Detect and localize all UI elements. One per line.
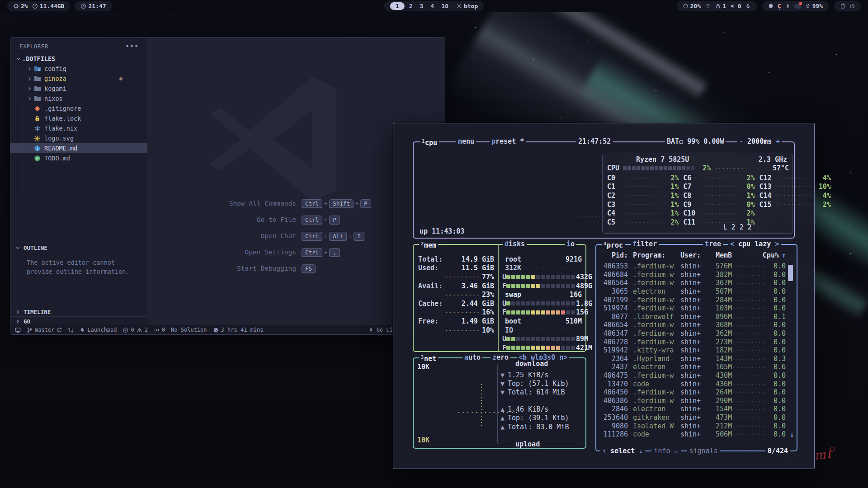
clock-icon — [80, 3, 86, 9]
git-branch-item[interactable]: master — [27, 327, 62, 333]
process-row[interactable]: 519942.kitty-wrashin+182M·········0.0 — [599, 346, 786, 355]
outline-section-header[interactable]: OUTLINE — [10, 243, 147, 253]
mem-box-title[interactable]: 2mem — [419, 240, 438, 249]
process-name: Isolated W — [628, 422, 680, 430]
controls-pill[interactable]: 20% 1 0 — [677, 1, 757, 11]
tree-item-config[interactable]: config — [10, 64, 147, 74]
system-stats-pill[interactable]: 2% 11.44GB — [7, 1, 70, 11]
refresh-rate-control[interactable]: - 2000ms + — [737, 137, 782, 145]
process-mem: 430M — [708, 371, 732, 380]
clipboard-icon[interactable] — [840, 3, 845, 9]
process-row[interactable]: 8077.librewolfshin+896M·········0.1 — [599, 313, 786, 321]
io-toggle[interactable]: io — [565, 240, 576, 248]
go-live-item[interactable]: Go Liv — [368, 327, 396, 333]
active-app[interactable]: btop — [456, 3, 478, 9]
launchpad-item[interactable]: Launchpad — [80, 327, 117, 333]
process-row[interactable]: 111286codeshin+506M·········0.0 — [599, 430, 786, 439]
process-row[interactable]: 253640gitkrakenshin+473M·········0.0 — [599, 413, 786, 422]
workspace-4[interactable]: 4 — [427, 3, 438, 9]
wifi-icon[interactable] — [705, 3, 711, 9]
net-box-title[interactable]: 3net — [419, 353, 438, 363]
power-icon[interactable] — [849, 3, 855, 9]
signals-control[interactable]: signals — [687, 447, 720, 455]
tree-item-nixos[interactable]: nixos — [10, 94, 147, 103]
tree-item-flake.lock[interactable]: flake.lock — [10, 113, 147, 123]
tree-item-ginoza[interactable]: ginoza — [10, 74, 147, 84]
timeline-section-header[interactable]: TIMELINE — [10, 307, 147, 317]
bluetooth-icon[interactable] — [785, 3, 790, 9]
tree-root-dotfiles[interactable]: .DOTFILES — [10, 54, 147, 64]
problems-item[interactable]: 0 2 — [123, 327, 147, 333]
process-row[interactable]: 406684.ferdium-wshin+382M·········0.0 — [599, 271, 786, 279]
proc-scrollbar-thumb[interactable] — [788, 265, 793, 281]
disks-title[interactable]: disks — [503, 240, 527, 248]
process-row[interactable]: 406654.ferdium-wshin+368M·········0.0 — [599, 321, 786, 329]
keyboard-layout-indicator[interactable]: Ç — [778, 3, 781, 9]
tray-app-notification-icon[interactable] — [794, 4, 801, 9]
info-control[interactable]: info ↵ — [651, 447, 680, 455]
net-auto-toggle[interactable]: auto — [462, 353, 482, 361]
proc-sort-selector[interactable]: < cpu lazy > — [728, 240, 781, 248]
process-row[interactable]: 406564.ferdium-wshin+367M·········0.0 — [599, 279, 786, 287]
refresh-plus[interactable]: + — [776, 137, 780, 145]
process-row[interactable]: 406475.ferdium-wshin+430M·········0.0 — [599, 371, 786, 380]
process-row[interactable]: 406728.ferdium-wshin+273M·········0.0 — [599, 338, 786, 346]
memory-gauge-icon — [32, 3, 38, 9]
vpn-shield-icon[interactable] — [768, 3, 774, 9]
remote-window-icon[interactable] — [15, 327, 21, 333]
process-row[interactable]: 9080Isolated Wshin+212M·········0.0 — [599, 422, 786, 430]
refresh-minus[interactable]: - — [739, 137, 743, 145]
process-row[interactable]: 406450.ferdium-wshin+264M·········0.0 — [599, 388, 786, 397]
workspace-2[interactable]: 2 — [406, 3, 416, 9]
process-row[interactable]: 2437electronshin+165M·········0.6 — [599, 363, 786, 371]
process-pid: 111286 — [599, 430, 628, 438]
solution-item[interactable]: No Solution — [171, 327, 207, 333]
process-row[interactable]: 406353.ferdium-wshin+576M·········0.0 — [599, 262, 786, 271]
tree-item-kogami[interactable]: kogami — [10, 84, 147, 94]
sort-direction-icon[interactable]: ↑ — [782, 251, 786, 259]
compare-changes-icon[interactable] — [68, 327, 74, 333]
tree-item-TODO.md[interactable]: TODO.md — [10, 153, 147, 163]
tree-item-flake.nix[interactable]: flake.nix — [10, 123, 147, 133]
ports-item[interactable]: 0 — [154, 327, 165, 333]
microphone-icon[interactable] — [745, 3, 751, 9]
process-row[interactable]: 2846electronshin+154M·········0.0 — [599, 405, 786, 413]
process-row[interactable]: 406347.ferdium-wshin+362M·········0.0 — [599, 329, 786, 338]
tree-item-.gitignore[interactable]: .gitignore — [10, 103, 147, 113]
volume-icon[interactable] — [730, 3, 736, 9]
explorer-more-icon[interactable]: ••• — [125, 45, 139, 48]
workspace-1[interactable]: 1 — [390, 2, 405, 10]
scroll-down-icon[interactable]: ↓ — [790, 431, 794, 439]
tree-item-README.md[interactable]: README.md — [10, 143, 147, 153]
preset-button[interactable]: preset * — [490, 137, 526, 145]
net-zero-toggle[interactable]: zero — [491, 353, 510, 361]
menu-button[interactable]: menu — [456, 137, 476, 145]
process-cpu: 0.0 — [766, 430, 786, 438]
clock-pill[interactable]: 21:47 — [75, 1, 112, 11]
process-user: shin+ — [680, 329, 708, 338]
process-pid: 253640 — [599, 413, 628, 422]
tree-item-logo.svg[interactable]: logo.svg — [10, 133, 147, 143]
workspace-10[interactable]: 10 — [438, 3, 452, 9]
process-row[interactable]: 3065electronshin+507M·········0.0 — [599, 287, 786, 296]
tray-pill[interactable]: Ç 99% — [762, 1, 829, 11]
check-icon — [33, 155, 41, 162]
proc-tree-toggle[interactable]: tree — [703, 240, 723, 248]
session-pill[interactable] — [834, 1, 861, 11]
core-name: C7 — [683, 183, 699, 191]
workspace-3[interactable]: 3 — [416, 3, 427, 9]
cpu-box-title[interactable]: 1cpu — [420, 137, 439, 147]
select-control[interactable]: ↑ select ↓ — [600, 447, 645, 455]
time-tracker-item[interactable]: 3 hrs 41 mins — [213, 327, 264, 333]
process-row[interactable]: 407199.ferdium-wshin+284M·········0.0 — [599, 296, 786, 304]
process-row[interactable]: 406386.ferdium-wshin+290M·········0.0 — [599, 397, 786, 405]
process-cpu: 0.0 — [766, 405, 786, 413]
process-row[interactable]: 13470codeshin+436M·········0.0 — [599, 380, 786, 388]
core-name: C1 — [607, 183, 623, 191]
process-cpu: 0.0 — [766, 262, 786, 270]
cpu-detail-panel: Ryzen 7 5825U 2.3 GHz CPU 2% ········ 57… — [602, 154, 793, 234]
proc-filter-button[interactable]: filter — [631, 240, 659, 248]
process-row[interactable]: 519974.ferdium-wshin+103M·········0.0 — [599, 304, 786, 313]
proc-box-title[interactable]: 4proc — [602, 240, 625, 249]
process-row[interactable]: 2364.Hyprland-shin+143M·········0.3 — [599, 355, 786, 363]
